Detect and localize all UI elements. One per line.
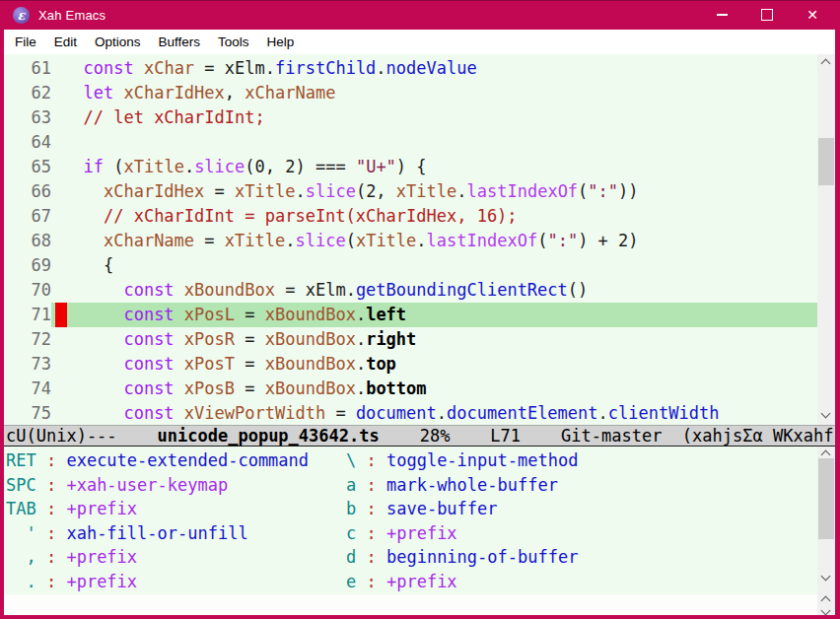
command-name: +xah-user-keymap	[66, 475, 228, 495]
command-name: xah-fill-or-unfill	[66, 523, 247, 543]
menu-item-buffers[interactable]: Buffers	[150, 34, 210, 49]
code-line-body[interactable]: const xPosL = xBoundBox.left	[51, 303, 835, 327]
scroll-up-arrow[interactable]	[822, 597, 829, 604]
which-key-panel: RET : execute-extended-command\ : toggle…	[4, 447, 835, 594]
code-line-body[interactable]: xCharName = xTitle.slice(xTitle.lastInde…	[51, 229, 835, 253]
code-line-body[interactable]: const xPosT = xBoundBox.top	[51, 352, 835, 377]
code-line-body[interactable]: const xPosB = xBoundBox.bottom	[51, 377, 835, 401]
code-line-body[interactable]: if (xTitle.slice(0, 2) === "U+") {	[51, 155, 835, 179]
key-name: d	[346, 545, 356, 570]
key-name: '	[6, 521, 36, 546]
code-line-67: 67 // xCharIdInt = parseInt(xCharIdHex, …	[4, 204, 835, 229]
key-name: e	[346, 570, 356, 594]
scroll-down-arrow[interactable]	[822, 573, 829, 580]
code-line-body[interactable]	[51, 130, 835, 155]
code-text: const xPosL = xBoundBox.left	[63, 305, 406, 324]
code-line-75: 75 const xViewPortWidth = document.docum…	[4, 401, 835, 425]
which-key-binding: d : beginning-of-buffer	[346, 545, 835, 570]
menu-bar: FileEditOptionsBuffersToolsHelp	[4, 30, 835, 54]
modeline-buffer-name[interactable]: unicode_popup_43642.ts	[158, 426, 380, 446]
code-line-body[interactable]: const xViewPortWidth = document.document…	[51, 401, 835, 425]
code-line-69: 69 {	[4, 253, 835, 278]
scroll-down-arrow[interactable]	[822, 607, 829, 614]
emacs-app-icon[interactable]: ε	[13, 7, 30, 24]
key-name: RET	[6, 448, 36, 473]
which-key-row: , : +prefixd : beginning-of-buffer	[4, 545, 835, 570]
code-line-72: 72 const xPosR = xBoundBox.right	[4, 327, 835, 352]
code-text: const xBoundBox = xElm.getBoundingClient…	[63, 280, 588, 300]
code-text: {	[63, 255, 113, 275]
code-line-body[interactable]: const xBoundBox = xElm.getBoundingClient…	[51, 278, 835, 303]
modeline-coding: cU(Unix)---	[6, 426, 117, 446]
scroll-up-arrow[interactable]	[822, 451, 829, 458]
menu-item-options[interactable]: Options	[86, 34, 150, 49]
menu-item-help[interactable]: Help	[258, 34, 304, 49]
code-line-body[interactable]: const xChar = xElm.firstChild.nodeValue	[51, 56, 835, 81]
minibuffer-scrollbar[interactable]	[817, 447, 835, 594]
code-line-body[interactable]: const xPosR = xBoundBox.right	[51, 327, 835, 352]
command-name: +prefix	[66, 547, 137, 567]
code-line-body[interactable]: {	[51, 253, 835, 278]
code-line-61: 61 const xChar = xElm.firstChild.nodeVal…	[4, 56, 835, 81]
line-number: 71	[4, 303, 51, 327]
menu-item-edit[interactable]: Edit	[45, 34, 86, 49]
command-name: beginning-of-buffer	[386, 547, 578, 567]
close-button[interactable]: ✕	[790, 0, 835, 30]
code-text: let xCharIdHex, xCharName	[63, 83, 335, 103]
code-editor[interactable]: 61 const xChar = xElm.firstChild.nodeVal…	[4, 54, 835, 425]
code-line-74: 74 const xPosB = xBoundBox.bottom	[4, 377, 835, 401]
scrollbar-thumb[interactable]	[818, 138, 834, 185]
code-line-body[interactable]: // xCharIdInt = parseInt(xCharIdHex, 16)…	[51, 204, 835, 229]
code-text: // xCharIdInt = parseInt(xCharIdHex, 16)…	[63, 206, 518, 226]
command-name: +prefix	[386, 523, 457, 543]
code-text: const xPosT = xBoundBox.top	[63, 354, 396, 374]
which-key-row: . : +prefixe : +prefix	[4, 570, 835, 594]
which-key-binding: b : save-buffer	[346, 497, 835, 521]
command-name: +prefix	[66, 499, 137, 518]
title-bar[interactable]: ε Xah Emacs ✕	[4, 0, 835, 30]
scroll-down-arrow[interactable]	[822, 410, 829, 417]
code-text: const xViewPortWidth = document.document…	[63, 403, 719, 423]
command-name: +prefix	[66, 572, 137, 591]
echo-scrollbar[interactable]	[817, 594, 835, 615]
code-line-65: 65 if (xTitle.slice(0, 2) === "U+") {	[4, 155, 835, 179]
code-line-body[interactable]: xCharIdHex = xTitle.slice(2, xTitle.last…	[51, 179, 835, 204]
line-number: 61	[4, 56, 51, 81]
key-name: SPC	[6, 473, 36, 498]
which-key-binding: e : +prefix	[346, 570, 835, 594]
line-number: 69	[4, 253, 51, 278]
which-key-row: ' : xah-fill-or-unfillc : +prefix	[4, 521, 835, 546]
key-name: a	[346, 473, 356, 498]
window-frame: ε Xah Emacs ✕ FileEditOptionsBuffersTool…	[4, 0, 835, 615]
line-number: 65	[4, 155, 51, 179]
minimize-button[interactable]	[699, 0, 744, 30]
echo-area: SPC- xah-fly-leader-key-map (1 of 3) [C-…	[4, 594, 835, 615]
scrollbar-thumb[interactable]	[818, 458, 834, 539]
code-line-63: 63 // let xCharIdInt;	[4, 105, 835, 130]
code-line-body[interactable]: // let xCharIdInt;	[51, 105, 835, 130]
code-text: const xPosR = xBoundBox.right	[63, 329, 416, 349]
close-icon: ✕	[806, 8, 818, 22]
key-name: c	[346, 521, 356, 546]
editor-scrollbar[interactable]	[817, 54, 835, 425]
code-text: // let xCharIdInt;	[63, 107, 265, 127]
code-line-73: 73 const xPosT = xBoundBox.top	[4, 352, 835, 377]
window-controls: ✕	[699, 0, 835, 30]
which-key-binding: ' : xah-fill-or-unfill	[4, 521, 346, 546]
line-number: 62	[4, 81, 51, 105]
menu-item-file[interactable]: File	[6, 34, 45, 49]
command-name: toggle-input-method	[386, 450, 578, 470]
which-key-row: TAB : +prefixb : save-buffer	[4, 497, 835, 521]
scroll-up-arrow[interactable]	[822, 60, 829, 67]
mode-line[interactable]: cU(Unix)--- unicode_popup_43642.ts 28% L…	[4, 425, 835, 447]
line-number: 67	[4, 204, 51, 229]
modeline-vc-branch: Git-master	[561, 426, 662, 446]
maximize-icon	[761, 9, 773, 21]
code-text: const xChar = xElm.firstChild.nodeValue	[63, 58, 477, 78]
code-text: if (xTitle.slice(0, 2) === "U+") {	[63, 157, 427, 176]
code-line-71: 71 const xPosL = xBoundBox.left	[4, 303, 835, 327]
code-line-body[interactable]: let xCharIdHex, xCharName	[51, 81, 835, 105]
line-number: 75	[4, 401, 51, 425]
menu-item-tools[interactable]: Tools	[209, 34, 258, 49]
maximize-button[interactable]	[744, 0, 790, 30]
